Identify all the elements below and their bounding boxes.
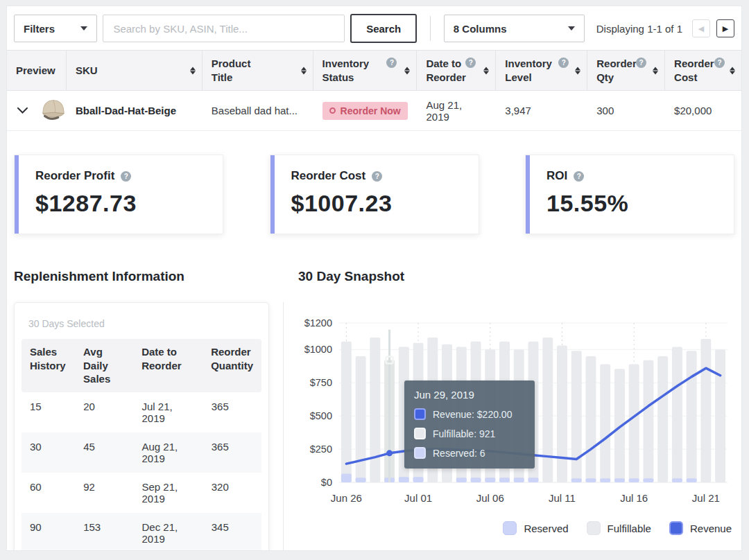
card-label: Reorder Profit: [35, 169, 114, 183]
pagination-status: Displaying 1-1 of 1: [596, 23, 682, 35]
column-header-preview: Preview: [7, 51, 67, 90]
help-icon[interactable]: ?: [121, 171, 131, 182]
replenishment-heading: Replenishment Information: [14, 269, 283, 284]
table-row[interactable]: 90153Dec 21, 2019345: [21, 513, 261, 552]
column-header-reorder-qty: Reorder Qty ?: [587, 51, 665, 90]
sort-control[interactable]: [404, 67, 410, 74]
collapse-chevron-icon[interactable]: [17, 107, 28, 114]
snapshot-section: $0$250$500$750$1000$1200Jun 26Jul 01Jul …: [283, 302, 736, 551]
column-header-reorder-cost: Reorder Cost ?: [665, 51, 741, 90]
svg-text:Jul 01: Jul 01: [404, 492, 432, 504]
legend-item-fulfillable: Fulfillable: [587, 521, 651, 535]
legend-item-reserved: Reserved: [503, 521, 568, 535]
help-icon[interactable]: ?: [558, 58, 569, 68]
chevron-down-icon: [80, 26, 87, 30]
preview-cell: [7, 96, 67, 125]
product-image: [37, 96, 69, 125]
filters-label: Filters: [24, 23, 55, 35]
svg-text:Jul 06: Jul 06: [476, 492, 504, 504]
revenue-swatch-icon: [414, 408, 426, 420]
sort-control[interactable]: [483, 67, 489, 74]
card-value: $1287.73: [35, 190, 207, 217]
help-icon[interactable]: ?: [714, 58, 725, 68]
svg-text:Jul 16: Jul 16: [620, 492, 648, 504]
status-ring-icon: [329, 107, 336, 114]
column-header-sku: SKU: [67, 51, 203, 90]
product-title-value: Baseball dad hat...: [203, 105, 313, 116]
card-label: ROI: [546, 169, 567, 183]
help-icon[interactable]: ?: [636, 58, 646, 68]
roi-card: ROI ? 15.55%: [525, 155, 734, 234]
column-header-product-title: Product Title: [203, 51, 313, 90]
reorder-cost-value: $20,000: [665, 105, 741, 116]
table-row[interactable]: 3045Aug 21, 2019365: [21, 432, 261, 473]
sort-control[interactable]: [575, 67, 580, 74]
sku-value: Bball-Dad-Hat-Beige: [67, 105, 203, 116]
toolbar-divider: [430, 16, 431, 41]
svg-text:$250: $250: [310, 444, 332, 455]
svg-text:$1200: $1200: [304, 317, 332, 329]
next-page-button[interactable]: ▶: [716, 19, 734, 37]
date-to-reorder-value: Aug 21, 2019: [417, 99, 496, 123]
card-accent-bar: [15, 155, 19, 234]
tooltip-date: Jun 29, 2019: [414, 389, 525, 401]
prev-page-button[interactable]: ◀: [692, 19, 710, 37]
chart-tooltip: Jun 29, 2019 Revenue: $220.00 Fulfillabl…: [404, 380, 535, 469]
toolbar: Filters Search 8 Columns Displaying 1-1 …: [7, 6, 741, 50]
card-accent-bar: [270, 155, 275, 234]
search-input[interactable]: [103, 15, 345, 42]
svg-text:$1000: $1000: [304, 344, 332, 355]
reserved-swatch-icon: [503, 521, 517, 535]
card-accent-bar: [526, 155, 530, 234]
chart-legend: Reserved Fulfillable Revenue: [299, 521, 736, 535]
columns-label: 8 Columns: [454, 23, 507, 35]
svg-text:$500: $500: [310, 410, 332, 421]
column-header-inventory-status: Inventory Status ?: [313, 51, 417, 90]
column-header-inventory-level: Inventory Level ?: [496, 51, 587, 90]
pager: ◀ ▶: [692, 19, 734, 37]
svg-text:Jun 26: Jun 26: [331, 492, 362, 504]
card-value: 15.55%: [546, 190, 718, 217]
svg-text:$0: $0: [321, 477, 332, 488]
svg-text:Jul 11: Jul 11: [549, 492, 576, 504]
fulfillable-swatch-icon: [414, 428, 426, 439]
revenue-swatch-icon: [669, 521, 683, 535]
help-icon[interactable]: ?: [386, 58, 397, 68]
help-icon[interactable]: ?: [465, 58, 476, 68]
sort-control[interactable]: [301, 67, 307, 74]
snapshot-chart[interactable]: $0$250$500$750$1000$1200Jun 26Jul 01Jul …: [299, 313, 736, 535]
table-row[interactable]: Bball-Dad-Hat-Beige Baseball dad hat... …: [7, 91, 741, 131]
card-value: $1007.23: [291, 190, 463, 217]
sort-control[interactable]: [190, 67, 196, 74]
columns-dropdown[interactable]: 8 Columns: [444, 15, 585, 42]
svg-text:$750: $750: [310, 377, 332, 388]
sort-control[interactable]: [653, 67, 658, 74]
svg-text:Jul 21: Jul 21: [692, 492, 720, 504]
sort-control[interactable]: [730, 67, 735, 74]
search-button[interactable]: Search: [350, 14, 416, 43]
reserved-swatch-icon: [414, 447, 426, 459]
reorder-profit-card: Reorder Profit ? $1287.73: [14, 155, 223, 234]
card-label: Reorder Cost: [291, 169, 366, 183]
table-row[interactable]: 6092Sep 21, 2019320: [21, 473, 261, 513]
replenishment-table-header: Sales History Avg Daily Sales Date to Re…: [21, 339, 261, 392]
metric-cards: Reorder Profit ? $1287.73 Reorder Cost ?…: [7, 131, 741, 234]
period-selected-label: 30 Days Selected: [15, 314, 268, 339]
inventory-level-value: 3,947: [496, 105, 587, 116]
help-icon[interactable]: ?: [372, 171, 382, 182]
fulfillable-swatch-icon: [587, 521, 601, 535]
dashboard-panel: Filters Search 8 Columns Displaying 1-1 …: [6, 6, 742, 551]
filters-dropdown[interactable]: Filters: [14, 15, 97, 42]
inventory-status-cell: Reorder Now: [313, 102, 417, 120]
reorder-qty-value: 300: [587, 105, 665, 116]
tooltip-row-reserved: Reserved: 6: [414, 447, 525, 459]
chevron-down-icon: [568, 26, 575, 30]
table-row[interactable]: 1520Jul 21, 2019365: [21, 392, 261, 432]
replenishment-card: 30 Days Selected Sales History Avg Daily…: [14, 302, 269, 551]
legend-item-revenue: Revenue: [669, 521, 732, 535]
replenishment-section: 30 Days Selected Sales History Avg Daily…: [14, 302, 283, 551]
reorder-cost-card: Reorder Cost ? $1007.23: [270, 155, 479, 234]
help-icon[interactable]: ?: [574, 171, 584, 182]
tooltip-row-revenue: Revenue: $220.00: [414, 408, 525, 420]
snapshot-heading: 30 Day Snapshot: [283, 269, 404, 284]
